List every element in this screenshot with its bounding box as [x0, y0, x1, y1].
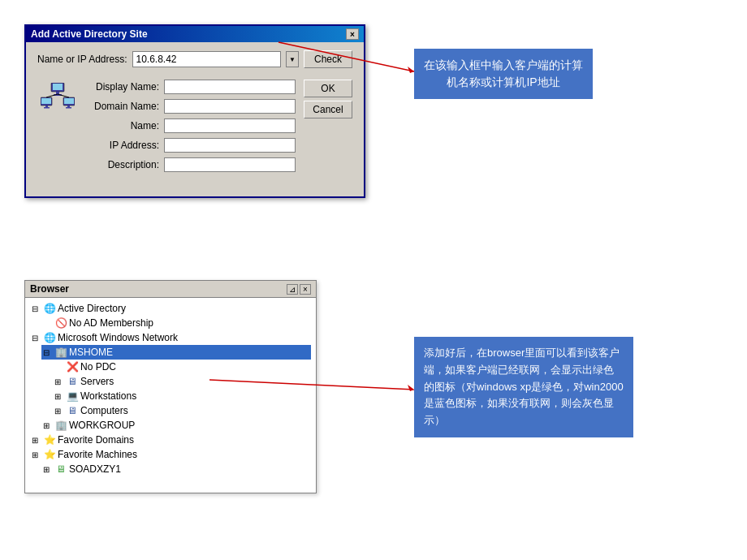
servers-icon: 🖥 — [66, 375, 79, 388]
network-globe-icon: 🌐 — [43, 302, 56, 315]
description-input[interactable] — [164, 157, 296, 172]
tree-label-mshome: MSHOME — [69, 347, 113, 358]
no-ad-icon: 🚫 — [54, 317, 67, 330]
ip-address-input[interactable] — [164, 138, 296, 153]
tree-item-mshome[interactable]: ⊟ 🏢 MSHOME — [41, 345, 311, 360]
annotation-bottom: 添加好后，在browser里面可以看到该客户端，如果客户端已经联网，会显示出绿色… — [414, 337, 633, 437]
fav-domains-icon: ⭐ — [43, 433, 56, 446]
tree-label-ad: Active Directory — [58, 303, 126, 314]
tree-item-workgroup[interactable]: ⊞ 🏢 WORKGROUP — [41, 418, 311, 433]
ip-address-row: IP Address: — [86, 138, 296, 153]
browser-controls: ⊿ × — [287, 284, 311, 295]
tree-label-workgroup: WORKGROUP — [69, 420, 135, 431]
fav-machines-icon: ⭐ — [43, 448, 56, 461]
ip-address-label: IP Address: — [86, 140, 159, 151]
expand-icon-no-ad — [43, 319, 53, 328]
tree-item-active-directory[interactable]: ⊟ 🌐 Active Directory — [30, 301, 311, 316]
action-buttons: OK Cancel — [304, 80, 352, 177]
tree-label-workstations: Workstations — [80, 390, 136, 402]
expand-icon-fav-domains: ⊞ — [32, 436, 41, 445]
ip-row: Name or IP Address: ▼ Check — [37, 50, 352, 68]
annotation-bottom-text: 添加好后，在browser里面可以看到该客户端，如果客户端已经联网，会显示出绿色… — [424, 347, 624, 426]
display-name-label: Display Name: — [86, 81, 159, 93]
svg-rect-5 — [41, 98, 51, 104]
tree-label-fav-domains: Favorite Domains — [58, 434, 134, 446]
domain-name-input[interactable] — [164, 99, 296, 114]
browser-close-icon[interactable]: × — [300, 284, 311, 295]
tree-item-no-ad[interactable]: 🚫 No AD Membership — [41, 316, 311, 330]
tree-item-workstations[interactable]: ⊞ 💻 Workstations — [53, 389, 311, 403]
description-label: Description: — [86, 159, 159, 170]
dialog-window: Add Active Directory Site × Name or IP A… — [24, 24, 365, 198]
expand-icon-soadxzy1: ⊞ — [43, 465, 53, 474]
expand-icon-fav-machines: ⊞ — [32, 450, 41, 459]
annotation-top: 在该输入框中输入客户端的计算机名称或计算机IP地址 — [414, 49, 593, 99]
tree-item-no-pdc[interactable]: ❌ No PDC — [53, 360, 311, 374]
display-name-row: Display Name: — [86, 80, 296, 94]
tree-label-ms-network: Microsoft Windows Network — [58, 332, 178, 343]
annotation-top-text: 在该输入框中输入客户端的计算机名称或计算机IP地址 — [424, 58, 583, 88]
expand-icon-ad: ⊟ — [32, 304, 41, 313]
dialog-title: Add Active Directory Site — [31, 28, 148, 40]
ip-dropdown-icon[interactable]: ▼ — [286, 51, 299, 67]
computers-icon: 🖥 — [66, 404, 79, 417]
svg-marker-17 — [408, 385, 414, 391]
description-row: Description: — [86, 157, 296, 172]
domain-name-label: Domain Name: — [86, 101, 159, 112]
tree-area: ⊟ 🌐 Active Directory 🚫 No AD Membership … — [25, 298, 316, 493]
svg-rect-7 — [44, 107, 50, 109]
middle-section: Display Name: Domain Name: Name: IP Addr… — [37, 80, 352, 177]
soadxzy1-icon: 🖥 — [54, 463, 67, 476]
expand-icon-mshome: ⊟ — [43, 348, 53, 357]
tree-label-fav-machines: Favorite Machines — [58, 449, 137, 460]
tree-item-computers[interactable]: ⊞ 🖥 Computers — [53, 403, 311, 418]
display-name-input[interactable] — [164, 80, 296, 94]
tree-label-no-ad: No AD Membership — [69, 317, 153, 329]
check-button[interactable]: Check — [304, 50, 352, 68]
svg-rect-11 — [66, 107, 71, 109]
ip-label: Name or IP Address: — [37, 54, 127, 65]
dialog-titlebar: Add Active Directory Site × — [26, 26, 364, 42]
cancel-button[interactable]: Cancel — [304, 101, 352, 118]
tree-label-servers: Servers — [80, 376, 114, 387]
expand-icon-servers: ⊞ — [54, 377, 64, 386]
browser-panel: Browser ⊿ × ⊟ 🌐 Active Directory 🚫 No AD… — [24, 280, 317, 493]
pin-icon[interactable]: ⊿ — [287, 284, 298, 295]
tree-label-computers: Computers — [80, 405, 128, 416]
svg-rect-1 — [53, 84, 63, 90]
domain-name-row: Domain Name: — [86, 99, 296, 114]
expand-icon-computers: ⊞ — [54, 407, 64, 416]
ip-input[interactable] — [132, 51, 282, 67]
svg-rect-2 — [56, 92, 59, 94]
add-site-dialog: Add Active Directory Site × Name or IP A… — [24, 24, 365, 198]
name-label: Name: — [86, 120, 159, 131]
name-row: Name: — [86, 118, 296, 133]
name-input[interactable] — [164, 118, 296, 133]
tree-item-fav-domains[interactable]: ⊞ ⭐ Favorite Domains — [30, 433, 311, 447]
ok-button[interactable]: OK — [304, 80, 352, 97]
expand-icon-workgroup: ⊞ — [43, 421, 53, 430]
network-icon-area — [37, 80, 78, 177]
no-pdc-icon: ❌ — [66, 360, 79, 373]
expand-icon-workstations: ⊞ — [54, 392, 64, 401]
ms-network-icon: 🌐 — [43, 331, 56, 344]
dialog-body: Name or IP Address: ▼ Check — [26, 42, 364, 196]
expand-icon-no-pdc — [54, 363, 64, 372]
form-fields: Display Name: Domain Name: Name: IP Addr… — [86, 80, 296, 177]
tree-item-ms-network[interactable]: ⊟ 🌐 Microsoft Windows Network — [30, 330, 311, 345]
tree-label-soadxzy1: SOADXZY1 — [69, 463, 121, 475]
tree-label-no-pdc: No PDC — [80, 361, 116, 373]
browser-title: Browser — [30, 283, 69, 295]
svg-rect-6 — [45, 106, 48, 107]
workgroup-icon: 🏢 — [54, 419, 67, 432]
svg-rect-9 — [64, 98, 74, 104]
tree-item-servers[interactable]: ⊞ 🖥 Servers — [53, 374, 311, 389]
tree-item-soadxzy1[interactable]: ⊞ 🖥 SOADXZY1 — [41, 462, 311, 476]
svg-rect-10 — [67, 106, 70, 107]
expand-icon-ms: ⊟ — [32, 334, 41, 342]
browser-titlebar: Browser ⊿ × — [25, 281, 316, 298]
close-icon[interactable]: × — [346, 28, 359, 40]
network-icon — [41, 83, 75, 114]
svg-marker-15 — [408, 67, 414, 73]
tree-item-fav-machines[interactable]: ⊞ ⭐ Favorite Machines — [30, 447, 311, 462]
